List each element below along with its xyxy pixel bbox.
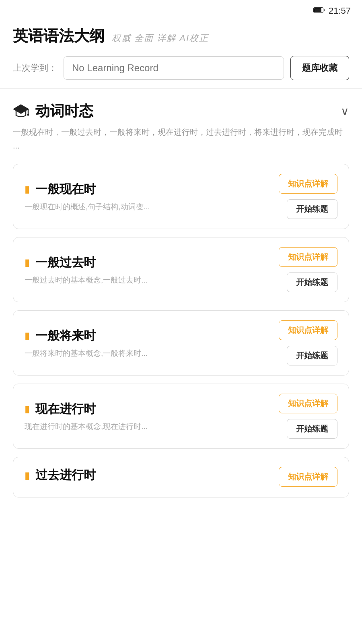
card-description: 一般现在时的概述,句子结构,动词变... <box>25 202 177 212</box>
bookmark-icon: ▮ <box>25 184 30 195</box>
card-description: 一般过去时的基本概念,一般过去时... <box>25 275 177 285</box>
practice-button[interactable]: 开始练题 <box>287 346 337 365</box>
page-main-title: 英语语法大纲 <box>13 26 105 46</box>
card-actions: 知识点详解 开始练题 <box>279 174 337 219</box>
card-title: 过去进行时 <box>35 467 96 483</box>
bookmark-icon: ▮ <box>25 257 30 268</box>
bookmark-icon: ▮ <box>25 403 30 415</box>
header-title-row: 英语语法大纲 权威 全面 详解 AI校正 <box>13 26 349 46</box>
practice-button[interactable]: 开始练题 <box>287 199 337 219</box>
practice-button[interactable]: 开始练题 <box>287 272 337 292</box>
battery-icon <box>313 7 325 14</box>
section-description: 一般现在时，一般过去时，一般将来时，现在进行时，过去进行时，将来进行时，现在完成… <box>13 125 349 153</box>
svg-marker-2 <box>13 104 29 114</box>
card-title-row: ▮ 一般将来时 <box>25 328 279 344</box>
graduation-cap-icon <box>13 103 29 120</box>
card-left: ▮ 过去进行时 <box>25 467 279 497</box>
card-title-row: ▮ 一般过去时 <box>25 254 279 271</box>
status-bar: 21:57 <box>0 0 362 19</box>
card-future-simple: ▮ 一般将来时 一般将来时的基本概念,一般将来时... 知识点详解 开始练题 <box>13 310 349 376</box>
card-left: ▮ 现在进行时 现在进行时的基本概念,现在进行时... <box>25 401 279 432</box>
detail-button[interactable]: 知识点详解 <box>279 394 337 413</box>
card-present-continuous: ▮ 现在进行时 现在进行时的基本概念,现在进行时... 知识点详解 开始练题 <box>13 384 349 449</box>
card-left: ▮ 一般过去时 一般过去时的基本概念,一般过去时... <box>25 254 279 285</box>
status-time: 21:57 <box>329 6 351 16</box>
card-actions: 知识点详解 开始练题 <box>279 394 337 439</box>
detail-button[interactable]: 知识点详解 <box>279 320 337 340</box>
bookmark-icon: ▮ <box>25 470 30 481</box>
collection-button[interactable]: 题库收藏 <box>290 56 349 80</box>
section-title-group: 动词时态 <box>13 101 93 121</box>
bookmark-icon: ▮ <box>25 330 30 341</box>
section-title: 动词时态 <box>35 101 93 121</box>
detail-button[interactable]: 知识点详解 <box>279 467 337 487</box>
svg-point-4 <box>27 114 29 116</box>
page-sub-title: 权威 全面 详解 AI校正 <box>112 32 209 44</box>
cards-list: ▮ 一般现在时 一般现在时的概述,句子结构,动词变... 知识点详解 开始练题 … <box>13 164 349 506</box>
verb-tense-section: 动词时态 ∨ 一般现在时，一般过去时，一般将来时，现在进行时，过去进行时，将来进… <box>0 89 362 506</box>
record-label: 上次学到： <box>13 62 57 74</box>
card-actions: 知识点详解 开始练题 <box>279 320 337 365</box>
card-title: 现在进行时 <box>35 401 96 417</box>
card-title: 一般现在时 <box>35 181 96 198</box>
status-bar-right: 21:57 <box>313 6 351 16</box>
page-header: 英语语法大纲 权威 全面 详解 AI校正 上次学到： 题库收藏 <box>0 19 362 89</box>
detail-button[interactable]: 知识点详解 <box>279 174 337 194</box>
card-past-continuous: ▮ 过去进行时 知识点详解 <box>13 457 349 497</box>
card-actions: 知识点详解 开始练题 <box>279 247 337 292</box>
header-record-row: 上次学到： 题库收藏 <box>13 56 349 80</box>
detail-button[interactable]: 知识点详解 <box>279 247 337 267</box>
card-title: 一般过去时 <box>35 254 96 271</box>
chevron-down-icon[interactable]: ∨ <box>341 105 349 118</box>
card-title: 一般将来时 <box>35 328 96 344</box>
card-past-simple: ▮ 一般过去时 一般过去时的基本概念,一般过去时... 知识点详解 开始练题 <box>13 237 349 302</box>
svg-rect-1 <box>314 8 321 12</box>
card-title-row: ▮ 现在进行时 <box>25 401 279 417</box>
card-title-row: ▮ 过去进行时 <box>25 467 279 483</box>
card-description: 现在进行时的基本概念,现在进行时... <box>25 421 177 432</box>
card-present-simple: ▮ 一般现在时 一般现在时的概述,句子结构,动词变... 知识点详解 开始练题 <box>13 164 349 229</box>
learning-record-input[interactable] <box>64 56 284 80</box>
card-actions: 知识点详解 <box>279 467 337 496</box>
card-left: ▮ 一般将来时 一般将来时的基本概念,一般将来时... <box>25 328 279 359</box>
section-header: 动词时态 ∨ <box>13 101 349 121</box>
practice-button[interactable]: 开始练题 <box>287 419 337 439</box>
card-description: 一般将来时的基本概念,一般将来时... <box>25 348 177 359</box>
card-title-row: ▮ 一般现在时 <box>25 181 279 198</box>
card-left: ▮ 一般现在时 一般现在时的概述,句子结构,动词变... <box>25 181 279 212</box>
